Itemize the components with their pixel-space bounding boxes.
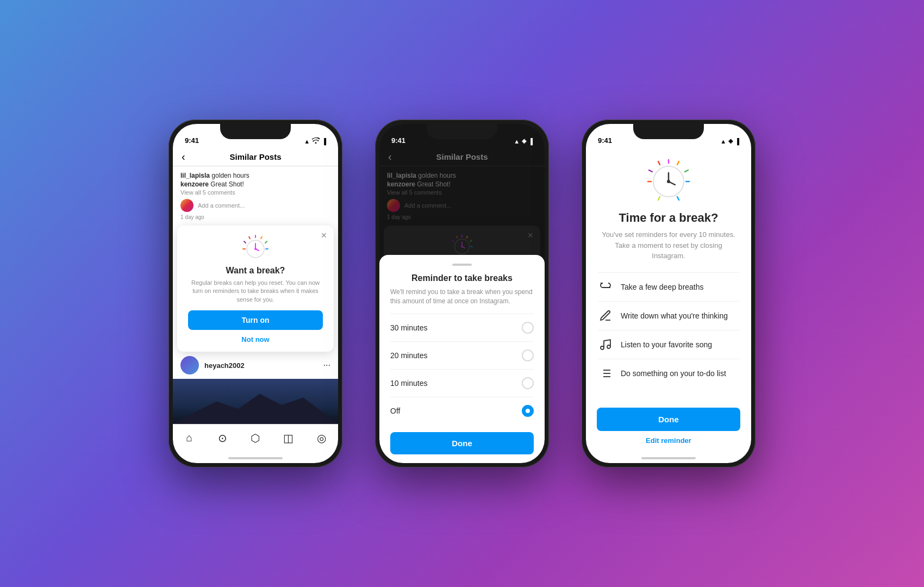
clock-icon-1	[188, 234, 323, 261]
radio-label-20: 20 minutes	[390, 351, 427, 360]
notch-2	[427, 124, 497, 139]
svg-line-2	[265, 241, 267, 243]
time-3: 9:41	[598, 136, 612, 145]
post-user-avatar-1	[180, 356, 199, 374]
activity-write: Write down what you're thinking	[598, 301, 739, 330]
activity-text-2: Write down what you're thinking	[621, 311, 728, 320]
radio-circle-10[interactable]	[522, 377, 534, 389]
radio-circle-30[interactable]	[522, 322, 534, 334]
svg-point-36	[601, 346, 604, 349]
signal-icon-1: ▲	[304, 138, 310, 145]
time-1: 9:41	[185, 136, 199, 145]
break-card-1: ✕ Want a	[177, 226, 334, 352]
radio-10min[interactable]: 10 minutes	[390, 369, 534, 397]
status-icons-3: ▲ ◈ ▐	[720, 138, 739, 145]
phone-1: 9:41 ▲ ▐ ‹ Similar Posts lil_lapisla gol…	[168, 120, 342, 467]
time-ago-1: 1 day ago	[180, 214, 330, 220]
profile-icon-1[interactable]: ◎	[315, 431, 329, 445]
large-clock-icon	[598, 159, 739, 202]
home-icon-1[interactable]: ⌂	[182, 431, 196, 445]
radio-off[interactable]: Off	[390, 397, 534, 424]
bag-icon-1[interactable]: ◫	[282, 431, 296, 445]
home-indicator-1	[173, 453, 338, 463]
radio-circle-off[interactable]	[522, 405, 534, 417]
phone-3: 9:41 ▲ ◈ ▐	[582, 120, 756, 467]
music-icon	[598, 337, 613, 352]
notch-1	[220, 124, 291, 139]
radio-label-30: 30 minutes	[390, 323, 427, 332]
sheet-title: Reminder to take breaks	[390, 273, 534, 283]
user-avatar-small-1	[180, 199, 193, 212]
wifi-icon-3: ◈	[728, 138, 733, 145]
radio-circle-20[interactable]	[522, 349, 534, 361]
nav-title-1: Similar Posts	[229, 152, 281, 161]
search-icon-1[interactable]: ⊙	[215, 431, 229, 445]
phone-2: 9:41 ▲ ◈ ▐ ‹ Similar Posts lil_lapisla g…	[375, 120, 549, 467]
close-button-1[interactable]: ✕	[321, 231, 327, 240]
break-main-desc: You've set reminders for every 10 minute…	[598, 229, 739, 261]
post-username-1: heyach2002	[204, 361, 318, 370]
svg-line-25	[685, 170, 688, 172]
radio-label-off: Off	[390, 407, 400, 415]
post-image-1	[173, 379, 338, 424]
turn-on-button-1[interactable]: Turn on	[188, 310, 323, 330]
wifi-icon-1	[312, 138, 320, 145]
bottom-nav-1: ⌂ ⊙ ⬡ ◫ ◎	[173, 424, 338, 453]
sheet-desc: We'll remind you to take a break when yo…	[390, 288, 534, 306]
svg-line-31	[658, 197, 660, 200]
add-comment-row-1: Add a comment...	[180, 199, 330, 212]
break-desc-1: Regular breaks can help you reset. You c…	[188, 279, 323, 304]
svg-line-5	[244, 241, 246, 243]
break-content-3: Time for a break? You've set reminders f…	[586, 148, 751, 408]
svg-line-1	[261, 237, 262, 239]
svg-point-10	[254, 248, 257, 250]
back-button-1[interactable]: ‹	[182, 151, 185, 163]
edit-reminder-link[interactable]: Edit reminder	[597, 436, 740, 448]
not-now-button-1[interactable]: Not now	[188, 335, 323, 344]
battery-icon-3: ▐	[735, 138, 739, 145]
sheet-done-button[interactable]: Done	[390, 432, 534, 454]
battery-icon-1: ▐	[322, 138, 326, 145]
svg-line-27	[658, 161, 660, 165]
home-indicator-3	[586, 453, 751, 463]
svg-line-24	[677, 161, 679, 165]
wifi-icon-2: ◈	[522, 138, 526, 145]
svg-point-37	[607, 345, 610, 348]
bottom-sheet: Reminder to take breaks We'll remind you…	[379, 255, 545, 463]
view-comments-1[interactable]: View all 5 comments	[180, 189, 330, 196]
signal-icon-2: ▲	[514, 138, 520, 145]
status-icons-2: ▲ ◈ ▐	[514, 138, 533, 145]
radio-label-10: 10 minutes	[390, 379, 427, 388]
break-main-title: Time for a break?	[598, 211, 739, 225]
add-comment-text-1[interactable]: Add a comment...	[198, 202, 245, 209]
radio-30min[interactable]: 30 minutes	[390, 314, 534, 341]
more-dots-1[interactable]: ···	[323, 360, 330, 370]
comment-2: kenzoere Great Shot!	[180, 180, 330, 188]
signal-icon-3: ▲	[720, 138, 726, 145]
list-icon	[598, 366, 613, 381]
done-button-3[interactable]: Done	[597, 408, 740, 431]
activity-text-4: Do something on your to-do list	[621, 369, 726, 378]
svg-line-4	[249, 237, 250, 239]
nav-header-1: ‹ Similar Posts	[173, 148, 338, 166]
comment-section-1: lil_lapisla golden hours kenzoere Great …	[173, 166, 338, 226]
user-post-row-1: heyach2002 ···	[173, 352, 338, 379]
activity-todo: Do something on your to-do list	[598, 359, 739, 388]
radio-20min[interactable]: 20 minutes	[390, 341, 534, 369]
store-icon-1[interactable]: ⬡	[248, 431, 263, 445]
sheet-handle	[452, 264, 472, 266]
comment-1: lil_lapisla golden hours	[180, 172, 330, 179]
time-2: 9:41	[391, 136, 405, 145]
svg-line-28	[649, 170, 652, 172]
svg-point-35	[667, 180, 670, 183]
phone3-bottom: Done Edit reminder	[586, 408, 751, 453]
break-title-1: Want a break?	[188, 266, 323, 276]
notch-3	[633, 124, 704, 139]
activity-breathe: Take a few deep breaths	[598, 272, 739, 301]
svg-line-30	[677, 197, 679, 200]
activity-text-1: Take a few deep breaths	[621, 283, 704, 291]
write-icon	[598, 308, 613, 323]
activity-text-3: Listen to your favorite song	[621, 340, 712, 349]
breathe-icon	[598, 279, 613, 295]
status-icons-1: ▲ ▐	[304, 138, 326, 145]
